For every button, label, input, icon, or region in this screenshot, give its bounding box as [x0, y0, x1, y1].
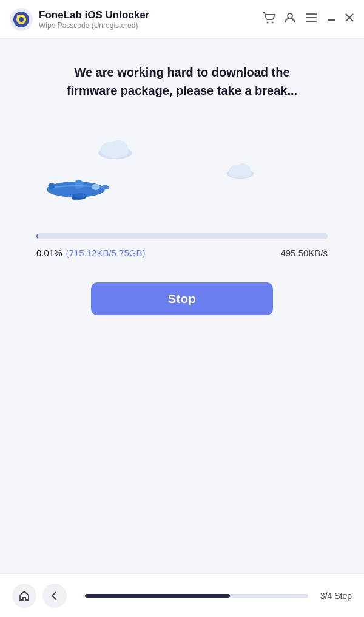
cart-icon[interactable]: [262, 12, 275, 27]
stop-button[interactable]: Stop: [91, 282, 273, 315]
headline: We are working hard to download the firm…: [67, 63, 297, 100]
svg-point-3: [19, 17, 24, 22]
menu-icon[interactable]: [305, 12, 318, 26]
app-logo: [10, 8, 33, 31]
svg-point-4: [17, 15, 20, 18]
svg-point-6: [272, 22, 274, 24]
airplane: [42, 170, 109, 209]
progress-fill: [36, 233, 38, 239]
bottom-progress-track: [85, 594, 308, 598]
stats-row: 0.01% (715.12KB/5.75GB) 495.50KB/s: [36, 248, 328, 258]
download-speed: 495.50KB/s: [280, 248, 328, 258]
account-icon[interactable]: [284, 12, 296, 27]
svg-point-21: [229, 168, 251, 178]
svg-point-5: [267, 22, 269, 24]
headline-line1: We are working hard to download the: [74, 66, 289, 79]
titlebar: FoneLab iOS Unlocker Wipe Passcode (Unre…: [0, 0, 364, 39]
stats-left: 0.01% (715.12KB/5.75GB): [36, 248, 145, 258]
progress-track: [36, 233, 328, 239]
back-button[interactable]: [42, 584, 67, 608]
bottom-progress-fill: [85, 594, 230, 598]
svg-point-17: [102, 146, 129, 158]
close-icon[interactable]: [345, 13, 354, 26]
progress-detail: (715.12KB/5.75GB): [66, 248, 146, 258]
headline-line2: firmware package, please take a break...: [67, 84, 297, 97]
home-button[interactable]: [12, 584, 36, 608]
titlebar-text-group: FoneLab iOS Unlocker Wipe Passcode (Unre…: [39, 9, 262, 30]
app-name: FoneLab iOS Unlocker: [39, 9, 262, 21]
cloud-2: [226, 160, 255, 181]
progress-container: [36, 233, 328, 239]
svg-point-25: [74, 193, 86, 198]
cloud-1: [97, 136, 133, 162]
progress-percent-label: 0.01%: [36, 248, 62, 258]
bottom-bar: 3/4 Step: [0, 573, 364, 617]
animation-area: [36, 118, 328, 227]
titlebar-controls: [262, 12, 354, 27]
main-content: We are working hard to download the firm…: [0, 39, 364, 315]
minimize-icon[interactable]: [326, 13, 336, 26]
step-label: 3/4 Step: [320, 591, 352, 601]
svg-point-7: [288, 13, 292, 18]
app-subtitle: Wipe Passcode (Unregistered): [39, 21, 262, 30]
